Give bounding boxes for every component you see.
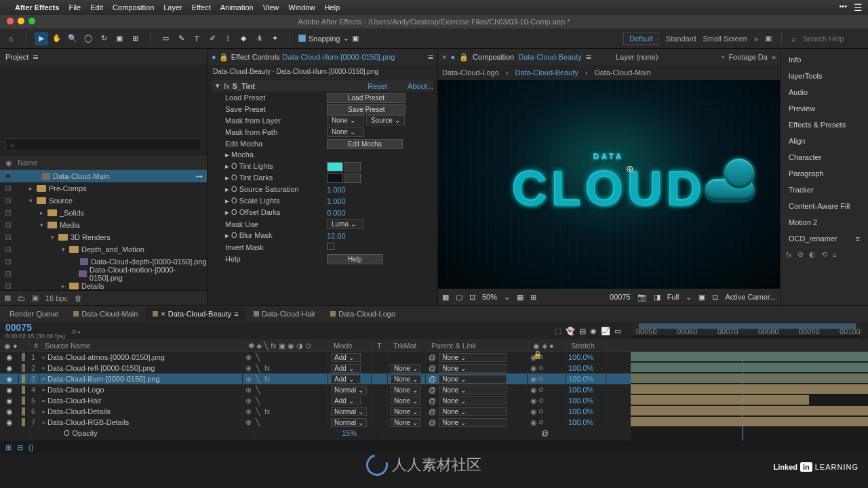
project-menu-icon[interactable]: ≡ — [33, 52, 38, 62]
menubar-list-icon[interactable]: ☰ — [854, 2, 863, 13]
col-stretch[interactable]: Stretch — [567, 340, 608, 351]
fx-target[interactable]: Data-Cloud-illum-[0000-0150].png — [283, 53, 395, 61]
layer-list[interactable]: ◉1▫Data-Cloud-atmos-[0000-0150].png⊕╲Add… — [0, 352, 631, 441]
zoom-tool-icon[interactable]: 🔍 — [66, 32, 79, 45]
new-comp-icon[interactable]: ▣ — [32, 293, 39, 302]
eraser-tool-icon[interactable]: ◆ — [237, 32, 250, 45]
label-color[interactable] — [22, 375, 25, 383]
solo-icon[interactable]: ◉ — [530, 364, 537, 373]
layer-row[interactable]: ◉1▫Data-Cloud-atmos-[0000-0150].png⊕╲Add… — [0, 352, 631, 363]
tree-item[interactable]: ▾Source — [0, 195, 207, 207]
fx-button[interactable]: Save Preset — [327, 104, 406, 115]
col-t[interactable]: T — [373, 340, 389, 351]
stretch-value[interactable]: 100.0% — [566, 395, 606, 406]
blend-mode-dropdown[interactable]: Add ⌄ — [331, 375, 361, 384]
brush-tool-icon[interactable]: ✐ — [205, 32, 219, 45]
clone-tool-icon[interactable]: ⟟ — [221, 32, 235, 45]
switch-icon[interactable]: ⊕ — [245, 353, 252, 362]
text-tool-icon[interactable]: T — [190, 32, 203, 45]
link-icon[interactable]: ⊘ — [797, 250, 804, 259]
fx-switch-icon[interactable]: fx — [264, 364, 271, 372]
toggle-modes-icon[interactable]: ⊟ — [17, 443, 23, 452]
fx-dropdown[interactable]: None ⌄ — [327, 127, 364, 137]
label-color[interactable] — [22, 353, 25, 361]
switch-icon[interactable]: ╲ — [256, 364, 260, 373]
crumb-0[interactable]: Data-Cloud-Logo — [442, 68, 499, 77]
interpret-icon[interactable]: ▦ — [4, 293, 11, 302]
panel-tab[interactable]: Align — [781, 133, 868, 149]
menu-layer[interactable]: Layer — [163, 3, 182, 12]
menu-composition[interactable]: Composition — [113, 3, 154, 12]
layer-bar[interactable] — [631, 395, 809, 405]
label-swatch[interactable] — [5, 210, 11, 216]
pen-tool-icon[interactable]: ✎ — [174, 32, 188, 45]
parent-dropdown[interactable]: None ⌄ — [439, 375, 507, 384]
label-swatch[interactable] — [5, 235, 11, 240]
panel-tab[interactable]: Effects & Presets — [781, 117, 868, 133]
new-folder-icon[interactable]: 🗀 — [18, 294, 25, 302]
color-swatch[interactable] — [327, 174, 343, 183]
fx-toggle-icon[interactable]: fx — [224, 82, 230, 90]
trkmat-dropdown[interactable]: None ⌄ — [391, 396, 421, 405]
panel-tab[interactable]: Character — [781, 149, 868, 165]
fx-dropdown[interactable]: Luma ⌄ — [327, 219, 364, 229]
col-source[interactable]: Source Name — [41, 340, 244, 351]
layer-bar[interactable] — [631, 406, 868, 415]
timeline-search-icon[interactable]: ⌕▾ — [72, 327, 81, 335]
eyedropper-icon[interactable] — [344, 162, 361, 171]
lock-icon[interactable] — [539, 377, 543, 381]
stopwatch-icon[interactable]: Ö — [64, 429, 70, 437]
pickwhip-icon[interactable]: @ — [429, 407, 436, 415]
puppet-tool-icon[interactable]: ✦ — [268, 32, 281, 45]
blend-mode-dropdown[interactable]: Normal ⌄ — [331, 407, 367, 416]
lock-icon[interactable] — [539, 420, 543, 424]
adjust-icon[interactable]: ◐ — [809, 250, 816, 259]
menu-edit[interactable]: Edit — [90, 3, 103, 12]
fx-switch-icon[interactable]: fx — [264, 375, 271, 383]
fx-dropdown[interactable]: Source ⌄ — [366, 115, 404, 125]
snapshot-icon[interactable]: 📷 — [637, 293, 647, 302]
panel-tab[interactable]: Paragraph — [781, 165, 868, 182]
label-swatch[interactable] — [5, 247, 11, 252]
mask-icon[interactable]: ▭ — [614, 327, 621, 336]
timecode[interactable]: 00075 — [5, 322, 65, 333]
switch-icon[interactable]: ╲ — [256, 353, 260, 362]
menu-window[interactable]: Window — [288, 3, 315, 12]
panel-tab[interactable]: layerTools — [781, 68, 868, 84]
crumb-1[interactable]: Data-Cloud-Beauty — [515, 68, 578, 77]
stretch-value[interactable]: 100.0% — [566, 406, 606, 417]
blend-mode-dropdown[interactable]: Normal ⌄ — [331, 386, 367, 394]
name-column[interactable]: Name — [18, 159, 37, 167]
label-swatch[interactable] — [5, 271, 11, 277]
timeline-tab[interactable]: Render Queue — [3, 307, 65, 321]
switch-icon[interactable]: ╲ — [256, 407, 260, 416]
pickwhip-icon[interactable]: @ — [429, 375, 436, 383]
stretch-value[interactable]: 100.0% — [566, 352, 606, 363]
label-color[interactable] — [22, 364, 25, 372]
switch-icon[interactable]: ⊕ — [245, 418, 252, 427]
lock-icon[interactable] — [539, 366, 543, 370]
layer-none[interactable]: Layer (none) — [616, 53, 658, 61]
time-ruler[interactable]: 000500006000070000800009000100 — [632, 323, 863, 336]
fx-switch-icon[interactable]: fx — [264, 407, 271, 415]
pickwhip-icon[interactable]: @ — [429, 364, 436, 372]
panel-tab[interactable]: Motion 2 — [781, 214, 868, 230]
zoom-dropdown[interactable]: 50% — [482, 293, 497, 301]
trash-icon[interactable]: 🗑 — [75, 294, 82, 302]
stretch-value[interactable]: 100.0% — [566, 373, 606, 384]
tree-item[interactable]: ▸Pre-Comps — [0, 182, 207, 195]
region-icon[interactable]: ◨ — [654, 293, 660, 302]
layer-row[interactable]: ◉3▫Data-Cloud-illum-[0000-0150].png⊕╲fxA… — [0, 373, 631, 384]
menu-file[interactable]: File — [68, 3, 81, 12]
fx-value[interactable]: 1.000 — [327, 197, 346, 205]
selection-tool-icon[interactable]: ▶ — [35, 32, 48, 45]
eyedropper-icon[interactable] — [344, 174, 361, 183]
work-area[interactable] — [639, 323, 856, 329]
switch-icon[interactable]: ╲ — [256, 396, 260, 405]
fx-button[interactable]: Edit Mocha — [327, 139, 403, 149]
app-name[interactable]: After Effects — [15, 3, 59, 12]
fx-about[interactable]: About... — [408, 82, 433, 90]
stretch-value[interactable]: 100.0% — [566, 417, 606, 428]
opacity-value[interactable]: 15% — [342, 429, 357, 437]
fx-value[interactable]: 0.000 — [327, 209, 346, 217]
